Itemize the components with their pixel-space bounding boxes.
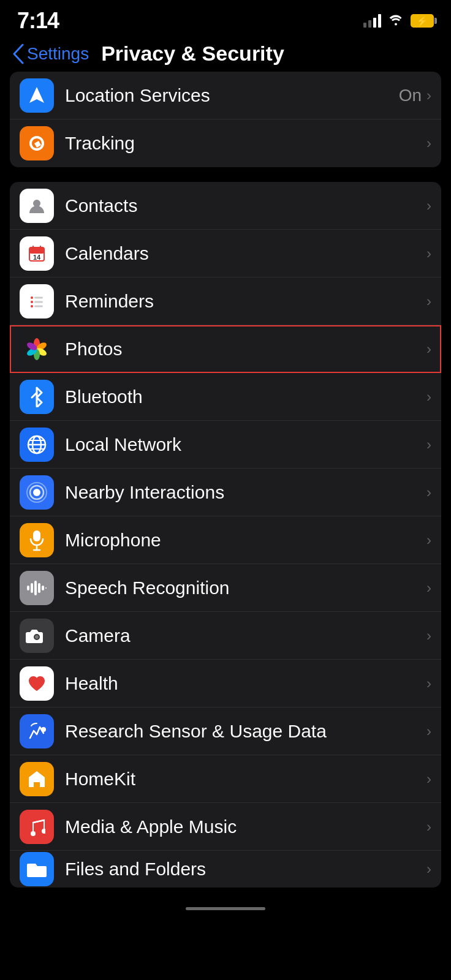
svg-rect-36 <box>42 586 44 590</box>
contacts-icon <box>20 189 54 223</box>
row-photos[interactable]: Photos › <box>10 325 441 373</box>
speech-recognition-icon <box>20 571 54 605</box>
back-label[interactable]: Settings <box>27 44 89 64</box>
media-music-icon <box>20 810 54 844</box>
row-health[interactable]: Health › <box>10 660 441 707</box>
row-nearby-interactions[interactable]: Nearby Interactions › <box>10 469 441 516</box>
speech-recognition-chevron: › <box>426 579 431 597</box>
row-calendars[interactable]: 14 Calendars › <box>10 230 441 277</box>
svg-rect-13 <box>34 305 43 307</box>
row-contacts[interactable]: Contacts › <box>10 182 441 230</box>
section-main: Contacts › 14 Calendars › <box>10 182 441 888</box>
svg-rect-32 <box>27 586 29 590</box>
local-network-label: Local Network <box>65 434 426 455</box>
navigation-bar: Settings Privacy & Security <box>0 33 451 72</box>
media-music-chevron: › <box>426 818 431 835</box>
row-tracking[interactable]: Tracking › <box>10 119 441 167</box>
home-indicator <box>0 902 451 920</box>
row-location-services[interactable]: Location Services On › <box>10 72 441 119</box>
reminders-chevron: › <box>426 293 431 310</box>
microphone-label: Microphone <box>65 530 426 551</box>
battery-bolt: ⚡ <box>416 15 428 27</box>
microphone-icon <box>20 523 54 557</box>
homekit-label: HomeKit <box>65 769 426 790</box>
status-bar: 7:14 ⚡ <box>0 0 451 33</box>
row-research[interactable]: Research Sensor & Usage Data › <box>10 707 441 755</box>
svg-rect-11 <box>34 301 43 303</box>
row-speech-recognition[interactable]: Speech Recognition › <box>10 564 441 612</box>
location-services-value: On <box>399 86 422 105</box>
bluetooth-icon <box>20 380 54 414</box>
row-microphone[interactable]: Microphone › <box>10 516 441 564</box>
files-label: Files and Folders <box>65 859 426 880</box>
calendars-label: Calendars <box>65 243 426 264</box>
nearby-interactions-label: Nearby Interactions <box>65 482 426 503</box>
page-title: Privacy & Security <box>101 42 439 66</box>
svg-rect-33 <box>31 583 33 593</box>
local-network-chevron: › <box>426 436 431 453</box>
row-local-network[interactable]: Local Network › <box>10 421 441 469</box>
tracking-icon <box>20 126 54 160</box>
research-chevron: › <box>426 723 431 740</box>
tracking-label: Tracking <box>65 133 426 154</box>
status-icons: ⚡ <box>363 12 434 29</box>
reminders-icon <box>20 284 54 318</box>
nearby-interactions-icon <box>20 475 54 510</box>
camera-chevron: › <box>426 627 431 644</box>
research-icon <box>20 714 54 748</box>
homekit-chevron: › <box>426 771 431 788</box>
section-location: Location Services On › Tracking › <box>10 72 441 167</box>
svg-point-42 <box>42 829 45 834</box>
status-time: 7:14 <box>17 8 59 34</box>
svg-text:14: 14 <box>33 254 41 261</box>
battery-icon: ⚡ <box>411 14 434 28</box>
svg-rect-9 <box>34 296 43 298</box>
health-label: Health <box>65 673 426 694</box>
svg-point-12 <box>31 305 33 307</box>
svg-point-40 <box>41 727 46 732</box>
reminders-label: Reminders <box>65 291 426 312</box>
bluetooth-label: Bluetooth <box>65 386 426 407</box>
homekit-icon <box>20 762 54 796</box>
bluetooth-chevron: › <box>426 388 431 405</box>
location-services-label: Location Services <box>65 85 399 106</box>
wifi-icon <box>387 12 404 29</box>
svg-rect-29 <box>33 530 40 541</box>
camera-icon <box>20 619 54 653</box>
svg-point-39 <box>35 635 39 639</box>
health-icon <box>20 666 54 701</box>
back-button[interactable]: Settings <box>12 43 89 64</box>
files-icon <box>20 852 54 886</box>
location-services-icon <box>20 78 54 113</box>
nearby-interactions-chevron: › <box>426 484 431 501</box>
photos-label: Photos <box>65 339 426 360</box>
svg-point-41 <box>31 831 36 836</box>
tracking-chevron: › <box>426 135 431 152</box>
photos-icon <box>20 332 54 366</box>
row-homekit[interactable]: HomeKit › <box>10 755 441 803</box>
svg-point-8 <box>31 296 33 299</box>
photos-chevron: › <box>426 341 431 358</box>
svg-point-26 <box>33 489 40 496</box>
svg-rect-37 <box>45 587 47 589</box>
research-label: Research Sensor & Usage Data <box>65 721 426 742</box>
camera-label: Camera <box>65 625 426 646</box>
contacts-label: Contacts <box>65 195 426 216</box>
row-bluetooth[interactable]: Bluetooth › <box>10 373 441 421</box>
calendars-icon: 14 <box>20 236 54 271</box>
row-media-music[interactable]: Media & Apple Music › <box>10 803 441 851</box>
files-chevron: › <box>426 861 431 878</box>
svg-point-10 <box>31 301 33 303</box>
calendars-chevron: › <box>426 245 431 262</box>
svg-rect-35 <box>38 583 40 593</box>
local-network-icon <box>20 428 54 462</box>
signal-icon <box>363 14 381 28</box>
row-reminders[interactable]: Reminders › <box>10 277 441 325</box>
microphone-chevron: › <box>426 532 431 549</box>
row-camera[interactable]: Camera › <box>10 612 441 660</box>
row-files[interactable]: Files and Folders › <box>10 851 441 888</box>
media-music-label: Media & Apple Music <box>65 816 426 837</box>
health-chevron: › <box>426 675 431 692</box>
svg-rect-3 <box>29 247 44 254</box>
svg-rect-34 <box>34 581 37 595</box>
